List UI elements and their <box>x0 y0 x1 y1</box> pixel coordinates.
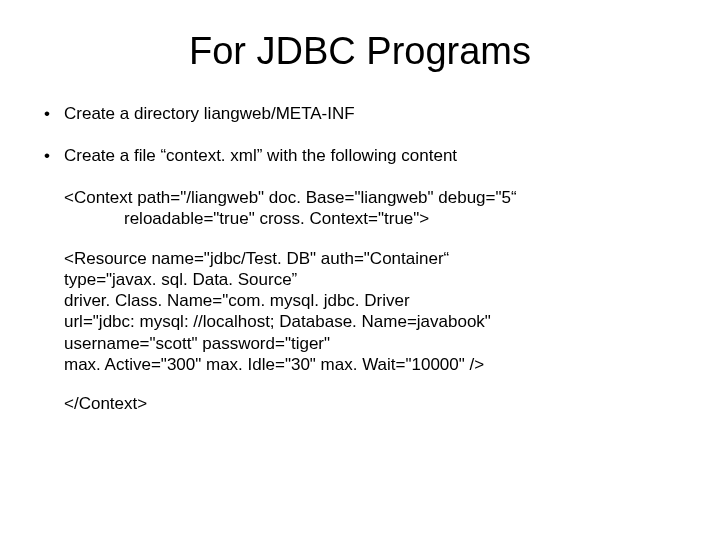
code-line: username="scott" password="tiger" <box>64 333 680 354</box>
bullet-item: Create a directory liangweb/META-INF <box>40 103 680 125</box>
content-body: Create a directory liangweb/META-INF Cre… <box>40 103 680 414</box>
code-line: reloadable="true" cross. Context="true"> <box>64 208 680 229</box>
bullet-item: Create a file “context. xml” with the fo… <box>40 145 680 167</box>
code-line: </Context> <box>64 393 680 414</box>
code-line: driver. Class. Name="com. mysql. jdbc. D… <box>64 290 680 311</box>
code-line: type="javax. sql. Data. Source” <box>64 269 680 290</box>
code-block-context-open: <Context path="/liangweb" doc. Base="lia… <box>40 187 680 230</box>
code-block-context-close: </Context> <box>40 393 680 414</box>
code-line: <Resource name="jdbc/Test. DB" auth="Con… <box>64 248 680 269</box>
code-line: <Context path="/liangweb" doc. Base="lia… <box>64 187 680 208</box>
page-title: For JDBC Programs <box>40 30 680 73</box>
code-line: max. Active="300" max. Idle="30" max. Wa… <box>64 354 680 375</box>
slide: For JDBC Programs Create a directory lia… <box>0 0 720 540</box>
code-line: url="jdbc: mysql: //localhost; Database.… <box>64 311 680 332</box>
code-block-resource: <Resource name="jdbc/Test. DB" auth="Con… <box>40 248 680 376</box>
